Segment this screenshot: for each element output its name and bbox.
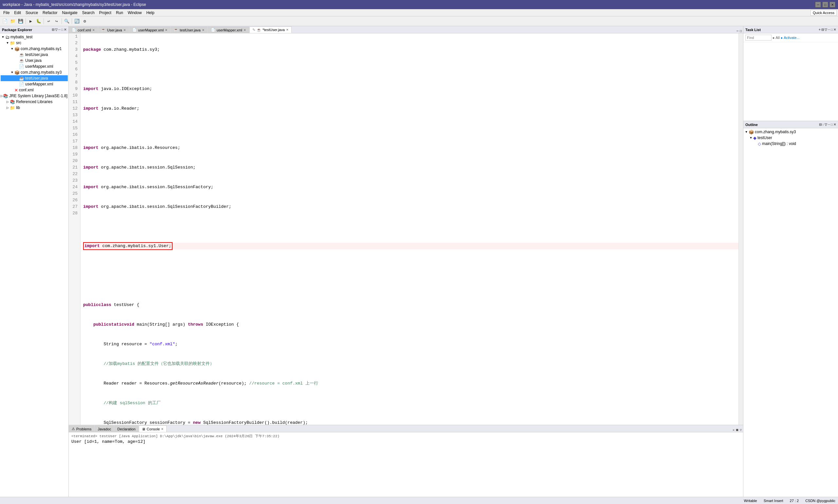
console-toolbar-clear[interactable]: ✕ <box>733 428 734 432</box>
tree-item-usermapper-sy3[interactable]: 📄 userMapper.xml <box>1 81 68 87</box>
tree-item-lib[interactable]: ▷ 📁 lib <box>1 105 68 111</box>
tab-testuser-java[interactable]: ☕ testUser.java ✕ <box>171 26 208 33</box>
quick-access-label[interactable]: Quick Access <box>810 10 837 16</box>
tab-close-icon[interactable]: ✕ <box>202 29 204 32</box>
minimize-icon[interactable]: ─ <box>828 123 830 126</box>
tab-usermapper-xml[interactable]: 📄 userMapper.xml ✕ <box>129 26 171 33</box>
debug-button[interactable]: 🐛 <box>35 18 42 25</box>
tab-close-icon[interactable]: ✕ <box>123 29 126 32</box>
tree-item-sy1[interactable]: ▼ 📦 com.zhang.mybatis.sy1 <box>1 46 68 52</box>
tab-declaration[interactable]: Declaration <box>114 426 139 432</box>
outline-method[interactable]: ◇ main(String[]) : void <box>744 141 837 147</box>
tree-item-src[interactable]: ▼ 📁 src <box>1 40 68 46</box>
code-content[interactable]: package com.zhang.mybatis.sy3; import ja… <box>81 33 738 425</box>
console-toolbar-options[interactable]: ▽ <box>740 428 742 432</box>
close-panel-icon[interactable]: ✕ <box>64 28 67 32</box>
settings-button[interactable]: ⚙ <box>81 18 88 25</box>
tree-arrow: ▼ <box>749 136 753 140</box>
sort-icon[interactable]: ↕ <box>822 123 824 126</box>
minimize-icon[interactable]: ─ <box>828 28 830 32</box>
menu-search[interactable]: Search <box>80 10 96 16</box>
tab-close-icon[interactable]: ✕ <box>92 29 95 32</box>
tab-close-icon[interactable]: ✕ <box>161 428 164 431</box>
maximize-editor-icon[interactable]: □ <box>740 30 742 33</box>
code-editor[interactable]: 1 2 3 4 5 6 7 8 9 10 11 12 13 14 15 16 1… <box>69 33 743 425</box>
tree-item-jre[interactable]: ▷ 📚 JRE System Library [JavaSE-1.8] <box>1 93 68 99</box>
java-file-icon: ☕ <box>19 52 24 57</box>
console-toolbar-stop[interactable]: ⏹ <box>735 428 739 432</box>
tree-item-mybatis-test[interactable]: ▼ 🗂 mybatis_test <box>1 34 68 40</box>
search-button[interactable]: 🔍 <box>63 18 70 25</box>
maximize-button[interactable]: □ <box>822 2 828 7</box>
tree-item-user-sy1[interactable]: ☕ User.java <box>1 58 68 64</box>
minimize-button[interactable]: ─ <box>815 2 821 7</box>
menu-project[interactable]: Project <box>97 10 113 16</box>
collapse-icon[interactable]: ⊟ <box>819 123 822 126</box>
menu-navigate[interactable]: Navigate <box>60 10 79 16</box>
close-icon[interactable]: ✕ <box>834 28 836 32</box>
tab-close-icon[interactable]: ✕ <box>165 29 167 32</box>
open-button[interactable]: 📁 <box>9 18 16 25</box>
menu-window[interactable]: Window <box>126 10 144 16</box>
code-line-7: import org.apache.ibatis.session.SqlSess… <box>83 164 738 171</box>
run-button[interactable]: ▶ <box>27 18 34 25</box>
outline-package[interactable]: ▼ 📦 com.zhang.mybatis.sy3 <box>744 129 837 135</box>
menu-refactor[interactable]: Refactor <box>40 10 59 16</box>
collapse-all-icon[interactable]: ⊟ <box>52 28 54 32</box>
tree-item-sy3[interactable]: ▼ 📦 com.zhang.mybatis.sy3 <box>1 69 68 75</box>
menu-file[interactable]: File <box>1 10 12 16</box>
editor-scrollbar[interactable] <box>738 33 743 425</box>
menu-source[interactable]: Source <box>23 10 40 16</box>
tree-arrow <box>14 59 19 62</box>
new-task-icon[interactable]: + <box>819 28 821 32</box>
menu-icon[interactable]: ▽ <box>824 123 827 126</box>
tree-item-conf[interactable]: ✕ conf.xml <box>1 87 68 93</box>
tab-usermapper-xml-2[interactable]: 📄 userMapper.xml ✕ <box>208 26 249 33</box>
tree-item-testuser-sy3[interactable]: ☕ testUser.java <box>1 75 68 81</box>
all-label[interactable]: ▸ All <box>773 36 780 40</box>
console-content: <terminated> testUser [Java Application]… <box>69 432 743 497</box>
filter-icon[interactable]: ⊟ <box>821 28 824 32</box>
line-numbers: 1 2 3 4 5 6 7 8 9 10 11 12 13 14 15 16 1… <box>69 33 81 425</box>
refresh-button[interactable]: 🔄 <box>73 18 81 25</box>
tree-item-referenced[interactable]: ▷ 📚 Referenced Libraries <box>1 99 68 105</box>
outline-class[interactable]: ▼ ◆ testUser <box>744 135 837 141</box>
tab-problems[interactable]: ⚠ Problems <box>69 426 94 432</box>
title-bar: workplace - Java - mybatis_test/src/com/… <box>0 0 838 9</box>
activate-link[interactable]: ▸ Activate... <box>781 36 800 40</box>
minimize-editor-icon[interactable]: ─ <box>736 30 738 33</box>
status-smart-insert: Smart Insert <box>764 499 783 503</box>
tree-item-usermapper-sy1[interactable]: 📄 userMapper.xml <box>1 64 68 69</box>
new-button[interactable]: 📄 <box>1 18 8 25</box>
close-button[interactable]: ✕ <box>830 2 835 7</box>
menu-icon[interactable]: ▽ <box>824 28 827 32</box>
tab-close-icon[interactable]: ✕ <box>286 28 289 32</box>
undo-button[interactable]: ↩ <box>45 18 52 25</box>
maximize-panel-icon[interactable]: □ <box>61 28 63 32</box>
tab-close-icon[interactable]: ✕ <box>244 29 246 32</box>
tree-label: src <box>16 40 21 45</box>
close-icon[interactable]: ✕ <box>834 123 836 126</box>
tab-console[interactable]: 🖥 Console ✕ <box>139 426 167 432</box>
maximize-icon[interactable]: □ <box>831 28 833 32</box>
menu-run[interactable]: Run <box>114 10 125 16</box>
save-button[interactable]: 💾 <box>17 18 24 25</box>
tree-item-testuser-sy1[interactable]: ☕ testUser.java <box>1 52 68 58</box>
minimize-panel-icon[interactable]: ─ <box>58 28 60 32</box>
package-explorer-title: Package Explorer <box>2 28 32 32</box>
menu-help[interactable]: Help <box>144 10 157 16</box>
task-find-input[interactable] <box>745 35 771 40</box>
menu-edit[interactable]: Edit <box>12 10 23 16</box>
task-search: ▸ All ▸ Activate... <box>743 33 838 42</box>
toolbar-separator-3 <box>61 18 62 24</box>
maximize-icon[interactable]: □ <box>831 123 833 126</box>
redo-button[interactable]: ↪ <box>53 18 60 25</box>
tree-arrow <box>14 65 19 68</box>
menu-icon[interactable]: ▽ <box>55 28 58 32</box>
tab-testuser-java-active[interactable]: ✎ ☕ *testUser.java ✕ <box>249 26 292 33</box>
tab-javadoc[interactable]: Javadoc <box>95 426 114 432</box>
tab-user-java[interactable]: ☕ User.java ✕ <box>98 26 129 33</box>
tab-conf-xml[interactable]: 📄 conf.xml ✕ <box>69 26 98 33</box>
code-line-9: import org.apache.ibatis.session.SqlSess… <box>83 203 738 210</box>
tab-label: testUser.java <box>180 28 201 32</box>
